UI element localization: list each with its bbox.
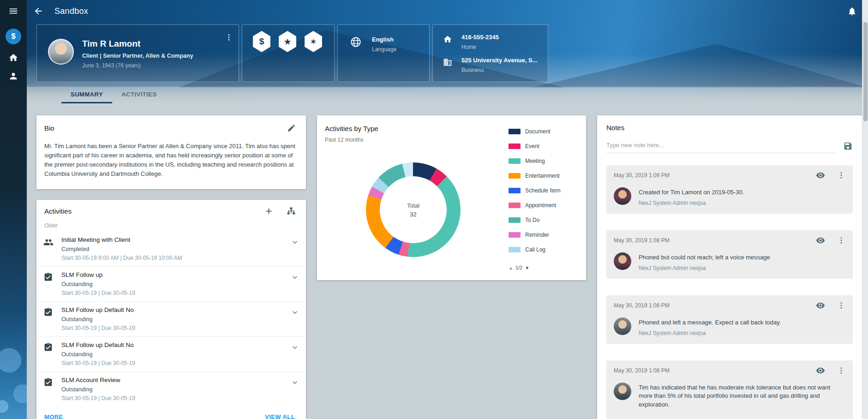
note-author: NexJ System Admin nexjsa bbox=[639, 200, 744, 206]
legend-label: Event bbox=[525, 143, 539, 150]
activity-title: SLM Follow up bbox=[61, 271, 135, 278]
chevron-down-icon[interactable] bbox=[290, 273, 299, 282]
note-author-avatar bbox=[614, 187, 631, 205]
star-badge-icon[interactable]: ★ bbox=[277, 31, 298, 52]
legend-label: To Do bbox=[525, 217, 539, 223]
chevron-down-icon[interactable] bbox=[290, 343, 299, 352]
note-menu-kebab-icon[interactable] bbox=[837, 171, 845, 180]
activities-title: Activities bbox=[44, 207, 72, 215]
home-icon bbox=[443, 35, 452, 50]
activities-group-label: Older bbox=[36, 219, 306, 232]
notifications-bell-icon[interactable] bbox=[847, 6, 857, 16]
save-note-icon[interactable] bbox=[843, 141, 853, 151]
activity-dates: Start 30-05-19 | Due 30-05-19 bbox=[61, 360, 135, 366]
contact-phone-label: Home bbox=[461, 44, 499, 50]
tab-activities[interactable]: ACTIVITIES bbox=[112, 87, 166, 103]
new-note-input[interactable] bbox=[606, 139, 837, 153]
bio-card: Bio Mr. Tim Lamont has been a Senior Par… bbox=[36, 115, 306, 189]
view-note-eye-icon[interactable] bbox=[816, 171, 825, 180]
dollar-badge-icon[interactable]: $ bbox=[251, 31, 272, 52]
home-icon bbox=[8, 53, 18, 63]
view-note-eye-icon[interactable] bbox=[816, 236, 825, 245]
legend-label: Document bbox=[525, 128, 551, 135]
note-menu-kebab-icon[interactable] bbox=[837, 366, 845, 375]
legend-swatch bbox=[509, 203, 521, 208]
profile-menu-icon[interactable] bbox=[225, 33, 233, 42]
edit-pencil-icon[interactable] bbox=[287, 124, 296, 132]
activities-list: Initial Meeting with Client Completed St… bbox=[36, 232, 306, 407]
profile-card: Tim R Lamont Client | Senior Partner, Al… bbox=[36, 24, 239, 82]
notes-title: Notes bbox=[606, 124, 853, 132]
note-author: NexJ System Admin nexjsa bbox=[639, 330, 781, 336]
note-menu-kebab-icon[interactable] bbox=[837, 301, 845, 310]
header-cards: Tim R Lamont Client | Senior Partner, Al… bbox=[27, 22, 868, 82]
legend-swatch bbox=[509, 217, 521, 223]
language-card: English Language bbox=[337, 24, 430, 82]
legend-label: Appointment bbox=[525, 202, 556, 209]
legend-swatch bbox=[509, 129, 521, 134]
activity-title: SLM Account Review bbox=[61, 377, 135, 383]
task-check-icon bbox=[43, 272, 55, 296]
activity-dates: Start 30-05-19 | Due 30-05-19 bbox=[61, 395, 135, 401]
back-button[interactable] bbox=[33, 6, 43, 16]
menu-icon[interactable] bbox=[0, 0, 27, 22]
sidebar: $ bbox=[0, 0, 27, 419]
legend-swatch bbox=[509, 247, 521, 252]
legend-label: Schedule Item bbox=[525, 187, 561, 194]
right-column: Notes May 30, 2019 1:09 PM bbox=[597, 115, 862, 419]
notes-list: May 30, 2019 1:09 PM Created for Tim Lam… bbox=[606, 165, 853, 419]
language-label: Language bbox=[372, 46, 396, 53]
activity-status: Outstanding bbox=[61, 386, 135, 393]
legend-page-up-icon[interactable]: ▲ bbox=[509, 265, 513, 270]
burst-badge-icon[interactable]: ✶ bbox=[303, 31, 323, 52]
activities-by-type-card: Activities by Type Past 12 months Total … bbox=[317, 115, 586, 280]
activity-row[interactable]: Initial Meeting with Client Completed St… bbox=[36, 232, 306, 266]
activity-status: Outstanding bbox=[61, 351, 135, 358]
note-author-avatar bbox=[614, 252, 631, 270]
profile-name: Tim R Lamont bbox=[82, 39, 193, 49]
more-link[interactable]: MORE bbox=[44, 413, 63, 419]
note-card: May 30, 2019 1:08 PM Phoned but could no… bbox=[606, 230, 853, 279]
add-activity-icon[interactable] bbox=[264, 206, 274, 216]
view-note-eye-icon[interactable] bbox=[816, 366, 825, 375]
bio-title: Bio bbox=[44, 124, 54, 132]
legend-item: Event bbox=[509, 141, 579, 151]
donut-total: 32 bbox=[410, 211, 416, 218]
contact-phone: 416-555-2345 bbox=[461, 34, 499, 41]
note-author: NexJ System Admin nexjsa bbox=[639, 265, 770, 271]
activity-row[interactable]: SLM Follow up Outstanding Start 30-05-19… bbox=[36, 266, 306, 301]
activity-row[interactable]: SLM Follow up Default No Outstanding Sta… bbox=[36, 301, 306, 336]
legend-item: To Do bbox=[509, 215, 579, 225]
chevron-down-icon[interactable] bbox=[290, 378, 299, 387]
task-check-icon bbox=[43, 377, 55, 401]
profile-avatar bbox=[48, 39, 74, 65]
legend-page-down-icon[interactable]: ▼ bbox=[525, 265, 529, 270]
hierarchy-sitemap-icon[interactable] bbox=[287, 206, 296, 215]
sidebar-item-dollar[interactable]: $ bbox=[6, 22, 21, 44]
activity-row[interactable]: SLM Account Review Outstanding Start 30-… bbox=[36, 371, 306, 407]
donut-chart[interactable]: Total 32 bbox=[366, 162, 461, 257]
view-all-link[interactable]: VIEW ALL bbox=[265, 413, 295, 419]
app-bar: Sandbox bbox=[27, 0, 868, 22]
activity-status: Outstanding bbox=[61, 316, 135, 323]
tab-summary[interactable]: SUMMARY bbox=[61, 87, 112, 103]
legend-item: Call Log bbox=[509, 245, 579, 255]
vertical-scrollbar[interactable] bbox=[862, 0, 868, 419]
legend-label: Reminder bbox=[525, 232, 549, 238]
sidebar-item-profile[interactable] bbox=[8, 71, 18, 81]
activity-status: Completed bbox=[61, 246, 182, 252]
scrollbar-thumb[interactable] bbox=[863, 22, 868, 121]
left-column: Bio Mr. Tim Lamont has been a Senior Par… bbox=[36, 115, 306, 419]
middle-column: Activities by Type Past 12 months Total … bbox=[317, 115, 586, 280]
activity-row[interactable]: SLM Follow up Default No Outstanding Sta… bbox=[36, 336, 306, 371]
legend-swatch bbox=[509, 144, 521, 149]
note-text: Phoned but could not reach; left a voice… bbox=[639, 253, 770, 262]
note-card: May 30, 2019 1:08 PM Phoned and left a m… bbox=[606, 295, 853, 344]
view-note-eye-icon[interactable] bbox=[816, 301, 825, 310]
note-menu-kebab-icon[interactable] bbox=[837, 236, 845, 245]
chevron-down-icon[interactable] bbox=[290, 308, 299, 317]
activities-card: Activities Older Initial bbox=[36, 200, 306, 419]
sidebar-item-home[interactable] bbox=[8, 53, 18, 63]
page-title: Sandbox bbox=[54, 6, 88, 16]
chevron-down-icon[interactable] bbox=[290, 238, 299, 247]
